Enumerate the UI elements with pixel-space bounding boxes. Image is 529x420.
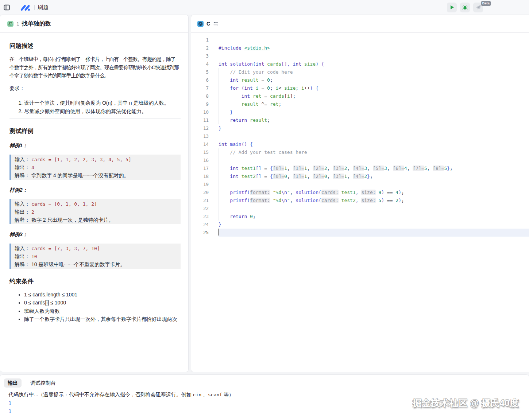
code-token: int xyxy=(242,93,250,99)
code-line[interactable]: 4int solution(int cards[], int size) { xyxy=(191,60,529,68)
tab-output[interactable]: 输出 xyxy=(4,378,22,388)
code-line[interactable]: 7 for (int i = 0; i< size; i++) { xyxy=(191,84,529,92)
marscode-logo[interactable] xyxy=(20,4,30,11)
inlay-hint: cards: xyxy=(321,198,339,203)
line-number: 13 xyxy=(191,132,209,140)
line-number: 5 xyxy=(191,68,209,76)
code-token: test1 xyxy=(242,166,256,171)
code-token xyxy=(239,85,242,91)
code-line[interactable]: 18 int test2[] = {[0]=0, [1]=1, [2]=0, [… xyxy=(191,172,529,180)
line-number: 19 xyxy=(191,180,209,188)
code-token: "%d xyxy=(273,190,281,195)
console-message-segment: cin xyxy=(193,392,201,397)
inlay-hint: [0]= xyxy=(273,174,284,179)
indent-guide xyxy=(219,68,219,124)
inlay-hint: [3]= xyxy=(333,166,344,171)
sample-box: 输入： cards = [7, 3, 3, 7, 10]输出： 10解释： 10… xyxy=(9,244,181,269)
sidebar-toggle-button[interactable] xyxy=(2,3,11,12)
code-line-content: } xyxy=(219,108,529,116)
code-line[interactable]: 24} xyxy=(191,221,529,229)
code-token: int xyxy=(219,141,227,147)
code-line[interactable]: 19 xyxy=(191,180,529,188)
play-icon xyxy=(449,5,455,10)
run-button[interactable] xyxy=(447,3,457,12)
tab-debug-console[interactable]: 调试控制台 xyxy=(27,378,59,388)
code-line[interactable]: 14int main() { xyxy=(191,140,529,148)
switch-language-button[interactable] xyxy=(213,22,218,26)
code-token: \n xyxy=(281,190,287,195)
code-token: ; xyxy=(278,101,281,107)
code-line[interactable]: 22 xyxy=(191,205,529,213)
sample-row: 输出： 10 xyxy=(15,252,176,260)
code-token: size xyxy=(304,61,316,67)
code-line[interactable]: 25 xyxy=(191,229,529,237)
code-token: , xyxy=(287,166,293,171)
code-line[interactable]: 9 result ^= ret; xyxy=(191,100,529,108)
inlay-hint: size: xyxy=(361,198,375,203)
line-number: 24 xyxy=(191,221,209,229)
problem-title: 找单独的数 xyxy=(22,20,51,28)
code-token: , xyxy=(356,198,359,203)
requirement-item: 设计一个算法，使其时间复杂度为 O(n)，其中 n 是班级的人数。 xyxy=(24,99,181,107)
sample-row: 输入： cards = [7, 3, 3, 7, 10] xyxy=(15,244,176,252)
code-token: cards xyxy=(267,61,281,67)
line-number: 7 xyxy=(191,84,209,92)
code-line[interactable]: 5 // Edit your code here xyxy=(191,68,529,76)
code-line[interactable]: 21 printf(format: "%d\n", solution(cards… xyxy=(191,197,529,205)
code-line[interactable]: 15 // Add your test cases here xyxy=(191,148,529,156)
sample-row: 解释： 拿到数字 4 的同学是唯一一个没有配对的。 xyxy=(15,171,176,179)
code-token: ret xyxy=(270,101,278,107)
share-button[interactable]: Beta xyxy=(473,3,483,12)
sample-row-value: cards = [1, 1, 2, 2, 3, 3, 4, 5, 5] xyxy=(31,157,131,162)
code-token: = xyxy=(259,85,267,91)
samples-container: 样例1：输入： cards = [1, 1, 2, 2, 3, 3, 4, 5,… xyxy=(9,142,181,269)
code-token: i xyxy=(256,85,259,91)
sample-box: 输入： cards = [0, 1, 0, 1, 2]输出： 2解释： 数字 2… xyxy=(9,199,181,224)
code-token: , xyxy=(356,190,359,195)
code-token: // Add your test cases here xyxy=(230,149,307,155)
code-line[interactable]: 2#include <stdio.h> xyxy=(191,44,529,52)
output-panel: 输出 调试控制台 代码执行中...（温馨提示：代码中不允许存在输入指令，否则将会… xyxy=(0,374,529,420)
code-line[interactable]: 20 printf(format: "%d\n", solution(cards… xyxy=(191,188,529,197)
code-token: 0 xyxy=(267,77,270,83)
code-line[interactable]: 13 xyxy=(191,132,529,140)
code-line-content: int ret = cards[i]; xyxy=(219,92,529,100)
code-token: ( xyxy=(247,198,250,203)
code-line[interactable]: 3 xyxy=(191,52,529,60)
code-token xyxy=(219,109,230,115)
code-token: cards xyxy=(270,93,284,99)
inlay-hint: [1]= xyxy=(293,174,304,179)
code-token xyxy=(239,174,242,179)
sample-row-value: cards = [0, 1, 0, 1, 2] xyxy=(31,201,97,207)
code-token: = xyxy=(259,77,267,83)
code-token: ^= xyxy=(259,101,270,107)
code-line[interactable]: 12} xyxy=(191,124,529,132)
code-token: , xyxy=(307,174,313,179)
code-line[interactable]: 10 } xyxy=(191,108,529,116)
code-line[interactable]: 23 return 0; xyxy=(191,213,529,221)
requirements-label: 要求： xyxy=(9,84,181,93)
code-token: ; xyxy=(253,214,256,219)
code-token: test2 xyxy=(242,174,256,179)
output-tabs: 输出 调试控制台 xyxy=(0,375,529,388)
code-line-content: printf(format: "%d\n", solution(cards: t… xyxy=(219,197,529,205)
panel-left-icon xyxy=(4,4,10,11)
code-token: } xyxy=(219,222,221,227)
sample-row: 解释： 10 是班级中唯一一个不重复的数字卡片。 xyxy=(15,260,176,268)
code-line[interactable]: 1 xyxy=(191,36,529,44)
code-token: , xyxy=(367,166,373,171)
debug-button[interactable] xyxy=(460,3,470,12)
line-number: 9 xyxy=(191,100,209,108)
code-token xyxy=(250,93,253,99)
bug-icon xyxy=(462,5,468,10)
code-token: int xyxy=(293,61,301,67)
code-line[interactable]: 6 int result = 0; xyxy=(191,76,529,84)
sample-row-label: 输出： xyxy=(15,253,31,259)
code-editor[interactable]: 12#include <stdio.h>34int solution(int c… xyxy=(191,33,529,237)
code-line[interactable]: 8 int ret = cards[i]; xyxy=(191,92,529,100)
code-line-content xyxy=(219,180,529,188)
code-line[interactable]: 17 int test1[] = {[0]=1, [1]=1, [2]=2, [… xyxy=(191,164,529,172)
code-token: { xyxy=(270,174,273,179)
code-line[interactable]: 16 xyxy=(191,156,529,164)
code-line[interactable]: 11 return result; xyxy=(191,116,529,124)
